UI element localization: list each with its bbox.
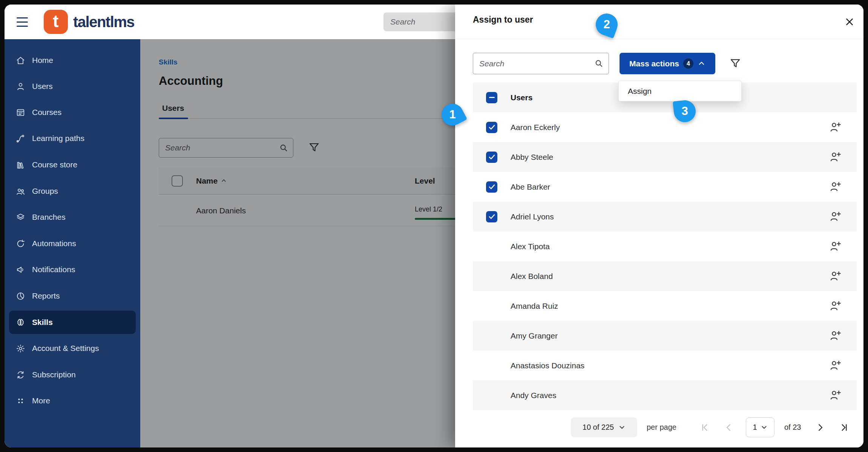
panel-header: Assign to user bbox=[455, 5, 863, 39]
callout-number: 1 bbox=[442, 104, 463, 126]
app-window: t talentlms Home Users Courses bbox=[5, 5, 863, 447]
add-user-icon[interactable] bbox=[829, 240, 842, 253]
add-user-icon[interactable] bbox=[829, 181, 842, 193]
user-row[interactable]: Aaron Eckerly bbox=[473, 112, 857, 142]
panel-title: Assign to user bbox=[473, 15, 533, 25]
sidebar-item-label: Skills bbox=[32, 318, 53, 327]
chevron-up-icon bbox=[698, 60, 705, 67]
notifications-icon bbox=[15, 265, 26, 275]
chevron-left-icon bbox=[724, 423, 734, 432]
user-list: Users Aaron Eckerly Abby Steele Abe Bark… bbox=[473, 83, 857, 410]
user-name: Aaron Eckerly bbox=[511, 123, 560, 132]
subscription-icon bbox=[15, 370, 26, 380]
page-select[interactable]: 1 bbox=[746, 417, 774, 437]
hamburger-menu-icon[interactable] bbox=[17, 17, 28, 27]
add-user-icon[interactable] bbox=[829, 359, 842, 372]
user-list-header-label: Users bbox=[511, 93, 532, 102]
user-row[interactable]: Alex Tipota bbox=[473, 231, 857, 261]
user-name: Abe Barker bbox=[511, 182, 550, 192]
next-page-button[interactable] bbox=[815, 423, 825, 432]
user-row[interactable]: Amanda Ruiz bbox=[473, 291, 857, 321]
user-name: Amy Granger bbox=[511, 331, 558, 340]
user-checkbox[interactable] bbox=[486, 122, 497, 133]
add-user-icon[interactable] bbox=[829, 151, 842, 163]
per-page-value: 10 of 225 bbox=[583, 423, 614, 432]
sidebar-item-automations[interactable]: Automations bbox=[9, 232, 136, 255]
sidebar-item-label: Account & Settings bbox=[32, 344, 99, 353]
mass-actions-label: Mass actions bbox=[629, 59, 679, 68]
panel-search-input[interactable] bbox=[473, 53, 609, 74]
add-user-icon[interactable] bbox=[829, 329, 842, 342]
callout-step-3: 3 bbox=[674, 100, 696, 122]
sidebar-item-groups[interactable]: Groups bbox=[9, 179, 136, 203]
reports-icon bbox=[15, 291, 26, 301]
user-name: Alex Tipota bbox=[511, 242, 550, 251]
sidebar-item-label: Users bbox=[32, 82, 53, 91]
user-name: Anastasios Douzinas bbox=[511, 361, 584, 370]
sidebar-item-label: Home bbox=[32, 56, 53, 65]
user-row[interactable]: Adriel Lyons bbox=[473, 202, 857, 231]
user-row[interactable]: Alex Boland bbox=[473, 261, 857, 291]
add-user-icon[interactable] bbox=[829, 300, 842, 312]
sidebar-item-skills[interactable]: Skills bbox=[9, 311, 136, 334]
sidebar-item-more[interactable]: More bbox=[9, 389, 136, 412]
user-name: Andy Graves bbox=[511, 391, 556, 400]
sidebar-item-course-store[interactable]: Course store bbox=[9, 153, 136, 176]
user-row[interactable]: Abby Steele bbox=[473, 142, 857, 172]
check-icon bbox=[488, 123, 496, 131]
sidebar-item-label: Learning paths bbox=[32, 134, 84, 143]
user-checkbox[interactable] bbox=[486, 211, 497, 222]
add-user-icon[interactable] bbox=[829, 121, 842, 133]
last-page-button[interactable] bbox=[839, 423, 849, 432]
sidebar-item-notifications[interactable]: Notifications bbox=[9, 258, 136, 281]
course-store-icon bbox=[15, 160, 26, 170]
page-total-label: of 23 bbox=[784, 423, 801, 432]
sidebar-item-label: Subscription bbox=[32, 370, 76, 379]
user-checkbox[interactable] bbox=[486, 152, 497, 163]
screenshot-frame: t talentlms Home Users Courses bbox=[0, 0, 868, 452]
chevron-right-icon bbox=[815, 423, 825, 432]
sidebar-item-subscription[interactable]: Subscription bbox=[9, 363, 136, 386]
add-user-icon[interactable] bbox=[829, 210, 842, 223]
learning-paths-icon bbox=[15, 133, 26, 144]
users-icon bbox=[15, 81, 26, 92]
sidebar-item-account-settings[interactable]: Account & Settings bbox=[9, 337, 136, 360]
menu-item-assign[interactable]: Assign bbox=[619, 81, 741, 101]
select-all-users-checkbox[interactable] bbox=[486, 92, 497, 103]
first-page-button[interactable] bbox=[700, 423, 710, 432]
per-page-select[interactable]: 10 of 225 bbox=[571, 417, 637, 437]
add-user-icon[interactable] bbox=[829, 270, 842, 282]
sidebar-item-home[interactable]: Home bbox=[9, 49, 136, 72]
logo[interactable]: t talentlms bbox=[44, 10, 134, 34]
sidebar-item-users[interactable]: Users bbox=[9, 75, 136, 98]
logo-text: talentlms bbox=[73, 14, 134, 31]
chevron-down-icon bbox=[618, 424, 626, 431]
sidebar-item-learning-paths[interactable]: Learning paths bbox=[9, 127, 136, 150]
close-icon[interactable] bbox=[839, 11, 860, 33]
panel-search bbox=[473, 53, 609, 74]
current-page: 1 bbox=[753, 423, 757, 432]
prev-page-button[interactable] bbox=[724, 423, 734, 432]
check-icon bbox=[488, 153, 496, 161]
user-row[interactable]: Abe Barker bbox=[473, 172, 857, 202]
user-row[interactable]: Andy Graves bbox=[473, 380, 857, 410]
search-icon bbox=[594, 58, 604, 68]
sidebar-item-label: Branches bbox=[32, 213, 66, 222]
first-page-icon bbox=[700, 423, 710, 432]
user-row[interactable]: Anastasios Douzinas bbox=[473, 351, 857, 380]
user-row[interactable]: Amy Granger bbox=[473, 321, 857, 351]
sidebar-item-courses[interactable]: Courses bbox=[9, 101, 136, 124]
home-icon bbox=[15, 55, 26, 66]
automations-icon bbox=[15, 239, 26, 249]
mass-actions-button[interactable]: Mass actions 4 bbox=[620, 53, 715, 74]
assign-to-user-panel: Assign to user Mass actions 4 bbox=[455, 5, 863, 447]
filter-icon[interactable] bbox=[729, 57, 742, 70]
user-checkbox[interactable] bbox=[486, 181, 497, 193]
sidebar-item-branches[interactable]: Branches bbox=[9, 205, 136, 229]
indeterminate-mark bbox=[489, 97, 495, 98]
sidebar-item-reports[interactable]: Reports bbox=[9, 284, 136, 308]
add-user-icon[interactable] bbox=[829, 389, 842, 401]
callout-number: 3 bbox=[674, 100, 696, 122]
callout-number: 2 bbox=[596, 14, 618, 35]
check-icon bbox=[488, 213, 496, 221]
